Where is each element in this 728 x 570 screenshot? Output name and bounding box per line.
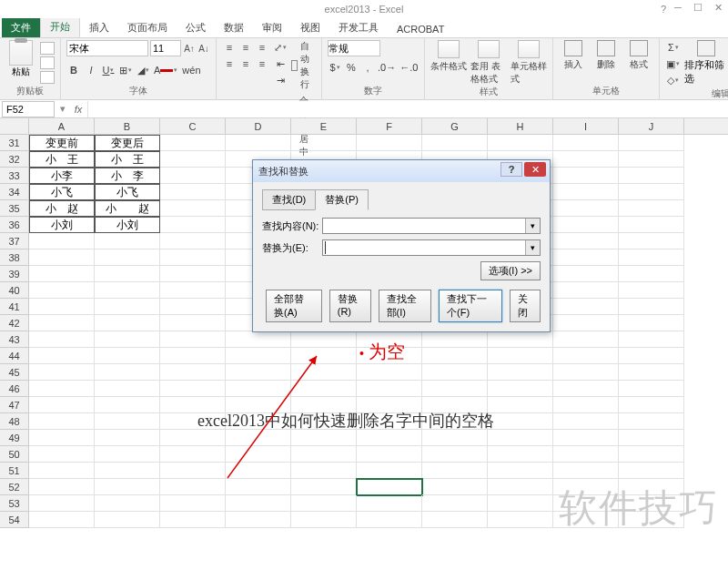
cell[interactable] — [291, 479, 357, 495]
increase-font-icon[interactable]: A↑ — [183, 41, 196, 56]
cell[interactable] — [553, 168, 619, 184]
cell[interactable] — [553, 397, 619, 413]
cell[interactable] — [553, 135, 619, 151]
name-box-dropdown-icon[interactable]: ▾ — [56, 103, 69, 115]
cell[interactable] — [553, 348, 619, 364]
help-icon[interactable]: ? — [661, 4, 666, 15]
find-dropdown-icon[interactable]: ▾ — [525, 219, 540, 233]
border-button[interactable]: ⊞ — [118, 63, 133, 77]
cell[interactable] — [357, 495, 422, 512]
cell[interactable] — [226, 446, 291, 463]
insert-cells-button[interactable]: 插入 — [559, 40, 588, 71]
cell[interactable] — [95, 381, 160, 397]
align-top-icon[interactable]: ≡ — [222, 40, 237, 55]
cell[interactable]: 小飞 — [95, 184, 160, 200]
cell[interactable] — [553, 463, 619, 479]
cell[interactable] — [619, 331, 684, 348]
tab-replace[interactable]: 替换(P) — [315, 189, 369, 210]
align-middle-icon[interactable]: ≡ — [238, 40, 253, 55]
cell[interactable] — [422, 479, 488, 495]
cell[interactable] — [160, 233, 226, 249]
cell[interactable] — [226, 348, 291, 364]
select-all-corner[interactable] — [0, 118, 29, 135]
replace-button[interactable]: 替换(R) — [329, 290, 371, 322]
cell[interactable] — [619, 397, 684, 413]
row-header[interactable]: 38 — [0, 249, 28, 266]
cell[interactable] — [95, 463, 160, 479]
cell[interactable] — [226, 479, 291, 495]
cell[interactable]: 小 赵 — [29, 200, 95, 217]
name-box[interactable] — [2, 101, 55, 117]
cell[interactable] — [357, 135, 422, 151]
cell[interactable] — [553, 299, 619, 315]
dialog-titlebar[interactable]: 查找和替换 ? ✕ — [253, 160, 550, 182]
cell[interactable] — [619, 364, 684, 381]
cell[interactable] — [422, 446, 488, 463]
cell[interactable]: 变更前 — [29, 135, 95, 151]
cell[interactable] — [619, 184, 684, 200]
cell[interactable] — [291, 463, 357, 479]
cell[interactable] — [357, 512, 422, 528]
decrease-decimal-icon[interactable]: ←.0 — [399, 60, 419, 75]
cell[interactable] — [226, 463, 291, 479]
clear-icon[interactable]: ◇ — [665, 73, 681, 87]
cell[interactable] — [619, 446, 684, 463]
cell[interactable] — [160, 479, 226, 495]
cell[interactable] — [422, 463, 488, 479]
cell[interactable] — [160, 200, 226, 217]
cell[interactable] — [29, 364, 95, 381]
cell[interactable] — [619, 217, 684, 233]
cell[interactable] — [553, 200, 619, 217]
row-header[interactable]: 32 — [0, 151, 28, 168]
copy-icon[interactable] — [40, 56, 55, 69]
cell[interactable] — [619, 413, 684, 430]
replace-dropdown-icon[interactable]: ▾ — [525, 240, 540, 255]
conditional-format-button[interactable]: 条件格式 — [430, 40, 467, 73]
cell[interactable] — [95, 266, 160, 282]
col-header[interactable]: F — [357, 118, 422, 134]
underline-button[interactable]: U — [101, 63, 116, 77]
cell[interactable] — [29, 233, 95, 249]
align-left-icon[interactable]: ≡ — [222, 56, 237, 71]
cell[interactable] — [291, 446, 357, 463]
column-headers[interactable]: ABCDEFGHIJ — [29, 118, 728, 135]
row-header[interactable]: 43 — [0, 331, 28, 348]
cell[interactable] — [226, 430, 291, 446]
find-input[interactable]: ▾ — [322, 218, 541, 234]
font-size-select[interactable] — [150, 40, 181, 56]
comma-icon[interactable]: , — [360, 60, 375, 75]
cell[interactable] — [553, 233, 619, 249]
cell[interactable] — [160, 348, 226, 364]
col-header[interactable]: G — [422, 118, 488, 134]
cell[interactable] — [619, 430, 684, 446]
formula-input[interactable] — [87, 101, 728, 117]
cell[interactable] — [553, 217, 619, 233]
cell[interactable] — [226, 495, 291, 512]
font-name-select[interactable] — [66, 40, 148, 56]
cell[interactable]: 小飞 — [29, 184, 95, 200]
cell[interactable] — [422, 495, 488, 512]
indent-dec-icon[interactable]: ⇤ — [273, 56, 288, 71]
cell[interactable] — [29, 348, 95, 364]
number-format-select[interactable] — [328, 40, 380, 56]
cell[interactable] — [357, 381, 422, 397]
percent-icon[interactable]: % — [344, 60, 359, 75]
cell[interactable] — [226, 512, 291, 528]
cell[interactable] — [488, 135, 553, 151]
row-headers[interactable]: 3132333435363738394041424344454647484950… — [0, 135, 29, 528]
cell[interactable]: 小 赵 — [95, 200, 160, 217]
cell[interactable] — [422, 430, 488, 446]
cell[interactable] — [160, 168, 226, 184]
col-header[interactable]: E — [291, 118, 357, 134]
cell[interactable] — [160, 217, 226, 233]
cell[interactable] — [95, 348, 160, 364]
cell[interactable] — [29, 315, 95, 331]
row-header[interactable]: 33 — [0, 168, 28, 184]
tab-find[interactable]: 查找(D) — [262, 189, 316, 210]
format-painter-icon[interactable] — [40, 71, 55, 84]
cell[interactable] — [422, 348, 488, 364]
format-table-button[interactable]: 套用 表格格式 — [470, 40, 507, 86]
cell[interactable]: 小 李 — [95, 168, 160, 184]
cell[interactable] — [291, 512, 357, 528]
row-header[interactable]: 47 — [0, 397, 28, 413]
